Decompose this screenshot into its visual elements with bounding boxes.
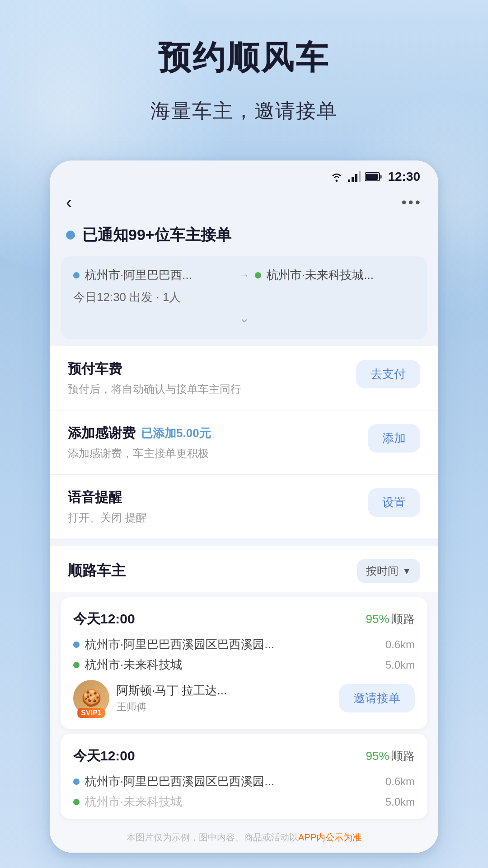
prepay-subtitle: 预付后，将自动确认与接单车主同行 — [68, 382, 356, 396]
svg-rect-1 — [352, 177, 354, 182]
tip-left: 添加感谢费 已添加5.00元 添加感谢费，车主接单更积极 — [68, 424, 368, 461]
voice-button[interactable]: 设置 — [368, 488, 420, 517]
drivers-section: 顺路车主 按时间 ▼ 今天12:00 95% 顺路 杭州市·阿里巴巴西溪园区巴西… — [50, 546, 438, 853]
driver-1-avatar-area: 🍪 SVIP1 阿斯顿·马丁 拉工达... 王师傅 — [73, 680, 227, 716]
driver-2-to: 杭州市·未来科技城 — [85, 794, 380, 810]
driver-2-route-info: 95% 顺路 — [366, 748, 415, 764]
driver-1-svip-badge: SVIP1 — [77, 708, 105, 718]
driver-1-time: 今天12:00 — [73, 610, 135, 628]
back-button[interactable]: ‹ — [66, 193, 72, 211]
tip-added-text: 已添加5.00元 — [141, 425, 211, 441]
wifi-icon — [330, 171, 343, 182]
nav-bar: ‹ ••• — [50, 189, 438, 216]
driver-1-to: 杭州市·未来科技城 — [85, 657, 380, 673]
driver-1-name: 阿斯顿·马丁 拉工达... — [117, 683, 227, 698]
driver-2-from-distance: 0.6km — [385, 775, 415, 788]
driver-1-route-label: 顺路 — [391, 612, 415, 626]
driver-card-1-header: 今天12:00 95% 顺路 — [73, 610, 415, 628]
notify-dot — [66, 231, 75, 240]
disclaimer-text: 本图片仅为示例，图中内容、商品或活动以APP内公示为准 — [68, 831, 420, 844]
prepay-button[interactable]: 去支付 — [356, 360, 420, 388]
voice-row: 语音提醒 打开、关闭 提醒 设置 — [50, 475, 438, 538]
route-expand[interactable]: ⌄ — [73, 311, 415, 326]
driver-1-route-info: 95% 顺路 — [366, 611, 415, 627]
status-icons — [330, 171, 382, 182]
prepay-row: 预付车费 预付后，将自动确认与接单车主同行 去支付 — [50, 346, 438, 410]
svg-rect-5 — [380, 175, 382, 179]
driver-1-role: 王师傅 — [117, 700, 227, 714]
route-card: 杭州市·阿里巴巴西... → 杭州市·未来科技城... 今日12:30 出发 ·… — [61, 256, 427, 339]
tip-button[interactable]: 添加 — [368, 424, 420, 453]
driver-1-pct: 95% — [366, 612, 389, 626]
driver-card-2: 今天12:00 95% 顺路 杭州市·阿里巴巴西溪园区巴西溪园... 0.6km… — [61, 734, 427, 819]
route-to-dot — [255, 272, 261, 278]
driver-1-info-row: 🍪 SVIP1 阿斯顿·马丁 拉工达... 王师傅 邀请接单 — [73, 680, 415, 716]
sort-arrow-icon: ▼ — [402, 566, 411, 576]
driver-1-to-dot — [73, 662, 80, 668]
content-area: 预付车费 预付后，将自动确认与接单车主同行 去支付 添加感谢费 已添加5.00元… — [50, 346, 438, 538]
drivers-header: 顺路车主 按时间 ▼ — [50, 546, 438, 592]
driver-2-route-label: 顺路 — [391, 749, 415, 763]
page-subtitle: 海量车主，邀请接单 — [150, 98, 338, 124]
route-from-row: 杭州市·阿里巴巴西... → 杭州市·未来科技城... — [73, 267, 415, 283]
driver-card-2-header: 今天12:00 95% 顺路 — [73, 747, 415, 765]
sort-label: 按时间 — [366, 564, 399, 578]
voice-title: 语音提醒 — [68, 488, 368, 507]
route-arrow-icon: → — [239, 269, 249, 282]
driver-1-from-row: 杭州市·阿里巴巴西溪园区巴西溪园... 0.6km — [73, 637, 415, 652]
prepay-title: 预付车费 — [68, 360, 356, 378]
driver-2-from: 杭州市·阿里巴巴西溪园区巴西溪园... — [85, 774, 380, 789]
footer-disclaimer: 本图片仅为示例，图中内容、商品或活动以APP内公示为准 — [50, 824, 438, 853]
notification-row: 已通知99+位车主接单 — [50, 216, 438, 256]
driver-2-from-row: 杭州市·阿里巴巴西溪园区巴西溪园... 0.6km — [73, 774, 415, 789]
svg-rect-6 — [366, 174, 378, 180]
driver-2-pct: 95% — [366, 749, 389, 763]
drivers-title: 顺路车主 — [68, 561, 126, 581]
invite-button-1[interactable]: 邀请接单 — [339, 684, 415, 712]
route-to-location: 杭州市·未来科技城... — [267, 267, 415, 283]
status-bar: 12:30 — [50, 160, 438, 189]
driver-1-from: 杭州市·阿里巴巴西溪园区巴西溪园... — [85, 637, 380, 652]
tip-row: 添加感谢费 已添加5.00元 添加感谢费，车主接单更积极 添加 — [50, 410, 438, 475]
svg-rect-0 — [348, 179, 350, 182]
driver-1-to-row: 杭州市·未来科技城 5.0km — [73, 657, 415, 673]
driver-2-to-row: 杭州市·未来科技城 5.0km — [73, 794, 415, 810]
signal-icon — [348, 171, 361, 182]
voice-subtitle: 打开、关闭 提醒 — [68, 510, 368, 525]
expand-arrow-icon: ⌄ — [239, 311, 249, 326]
route-info-row: 今日12:30 出发 · 1人 — [73, 289, 415, 305]
voice-left: 语音提醒 打开、关闭 提醒 — [68, 488, 368, 525]
driver-1-from-distance: 0.6km — [385, 638, 415, 651]
route-departure-info: 今日12:30 出发 · 1人 — [73, 289, 181, 305]
tip-title: 添加感谢费 已添加5.00元 — [68, 424, 368, 443]
more-button[interactable]: ••• — [401, 194, 422, 211]
driver-card-1: 今天12:00 95% 顺路 杭州市·阿里巴巴西溪园区巴西溪园... 0.6km… — [61, 597, 427, 729]
prepay-left: 预付车费 预付后，将自动确认与接单车主同行 — [68, 360, 356, 396]
driver-1-name-area: 阿斯顿·马丁 拉工达... 王师傅 — [117, 683, 227, 714]
disclaimer-highlight: APP内公示为准 — [298, 832, 361, 842]
driver-1-to-distance: 5.0km — [385, 659, 415, 671]
battery-icon — [365, 172, 382, 182]
status-time: 12:30 — [388, 170, 420, 184]
sort-button[interactable]: 按时间 ▼ — [357, 559, 420, 583]
driver-2-to-dot — [73, 799, 80, 805]
phone-mockup: 12:30 ‹ ••• 已通知99+位车主接单 杭州市·阿里巴巴西... → 杭… — [50, 160, 438, 853]
driver-2-from-dot — [73, 778, 80, 785]
notification-text: 已通知99+位车主接单 — [82, 225, 231, 245]
driver-2-to-distance: 5.0km — [385, 796, 415, 808]
route-from-location: 杭州市·阿里巴巴西... — [85, 267, 233, 283]
page-header: 预约顺风车 海量车主，邀请接单 — [150, 36, 338, 124]
tip-subtitle: 添加感谢费，车主接单更积极 — [68, 446, 368, 461]
page-title: 预约顺风车 — [150, 36, 338, 80]
driver-1-from-dot — [73, 642, 80, 648]
driver-1-avatar-container: 🍪 SVIP1 — [73, 680, 109, 716]
route-from-dot — [73, 272, 80, 278]
driver-2-time: 今天12:00 — [73, 747, 135, 765]
svg-rect-2 — [355, 174, 357, 182]
svg-rect-3 — [359, 171, 361, 182]
